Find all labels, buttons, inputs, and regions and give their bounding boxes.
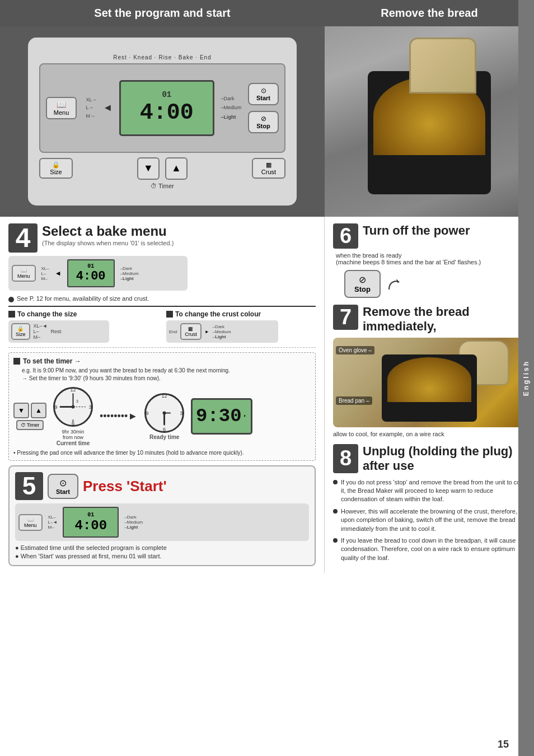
step6-number: 6 (333, 223, 358, 249)
start-label: Start (256, 95, 271, 101)
svg-text:3: 3 (88, 404, 91, 410)
step5-title: Press 'Start' (83, 478, 167, 495)
step7-title: Remove the bread immediately, (363, 305, 526, 334)
crust-light-label: –Light (221, 113, 241, 122)
crust-medium-label: –Medium (221, 103, 241, 112)
step8-section: 8 Unplug (holding the plug) after use If… (333, 444, 526, 562)
step4-section: 4 Select a bake menu (The display shows … (8, 223, 316, 461)
page-number: 15 (498, 739, 509, 750)
svg-point-18 (163, 412, 166, 415)
start-icon-step5: ⊙ (55, 478, 71, 488)
step6-description: when the bread is ready(machine beeps 8 … (336, 252, 526, 265)
svg-text:9: 9 (146, 410, 149, 416)
svg-text:3: 3 (180, 410, 183, 416)
change-size-subsection: To change the size 🔒Size XL–◄L–M– Rest· (8, 310, 158, 343)
timer-label: Timer (158, 183, 174, 189)
crust-dark-label: –Dark (221, 94, 241, 103)
right-header-text: Remove the bread (381, 7, 477, 20)
left-section-header: Set the program and start (0, 0, 325, 26)
size-icon: 🔒 (47, 161, 65, 169)
device-illustration-area: Rest · Knead · Rise · Bake · End 📖 Menu … (0, 26, 325, 217)
left-content-area: 4 Select a bake menu (The display shows … (0, 217, 325, 573)
size-button[interactable]: 🔒 Size (39, 158, 73, 179)
timer-down-button[interactable]: ▼ (13, 403, 29, 418)
timer-up-button[interactable]: ▲ (31, 403, 46, 418)
menu-number-display: 01 (162, 90, 171, 99)
step8-bullet3: If you leave the bread to cool down in t… (341, 536, 526, 562)
timer-lcd-display: 9:30 · (191, 398, 252, 435)
step4-number: 4 (8, 223, 38, 253)
svg-text:12: 12 (162, 393, 167, 399)
timer-icon: ⏱ (151, 183, 157, 189)
timer-section: To set the timer → e.g. It is 9:00 PM no… (8, 352, 316, 461)
step4-note1: See P. 12 for menu, availability of size… (17, 295, 149, 302)
change-crust-label: To change the crust colour (175, 310, 261, 318)
svg-text:12: 12 (70, 387, 76, 393)
bread-pan-label: Bread pan (339, 398, 364, 404)
cool-note: allow to cool, for example, on a wire ra… (333, 431, 526, 437)
ready-time-clock: 12 3 6 9 (143, 392, 185, 434)
stop-button-step6[interactable]: ⊘ Stop (344, 270, 381, 298)
svg-point-10 (72, 405, 75, 409)
step8-bullet1: If you do not press 'stop' and remove th… (341, 478, 526, 504)
step5-number: 5 (15, 472, 43, 500)
up-arrow-button[interactable]: ▲ (165, 157, 188, 180)
stop-button-top[interactable]: ⊘ Stop (248, 111, 279, 133)
step5-note1: ● Estimated time until the selected prog… (15, 544, 309, 551)
progress-labels: Rest · Knead · Rise · Bake · End (113, 54, 211, 60)
step7-number: 7 (333, 305, 358, 330)
svg-text:9: 9 (54, 404, 57, 410)
menu-button-top[interactable]: 📖 Menu (46, 97, 77, 119)
curved-arrow-icon (386, 276, 403, 292)
crust-button[interactable]: ▩ Crust (252, 158, 285, 179)
oven-glove-label: Oven glove (339, 347, 367, 353)
timer-example-text: e.g. It is 9:00 PM now, and you want the… (22, 367, 311, 374)
start-icon: ⊙ (256, 87, 271, 95)
svg-text:6: 6 (163, 427, 166, 432)
timer-instruction-text: → Set the timer to '9:30' (9 hours 30 mi… (22, 375, 311, 381)
step8-number: 8 (333, 444, 358, 473)
right-section-header: Remove the bread (325, 0, 534, 26)
english-label: English (522, 360, 530, 396)
step5-section: 5 ⊙ Start Press 'Start' 📖Menu XL–L–◄M– 0… (8, 465, 316, 566)
bread-removal-photo (325, 26, 534, 217)
stop-icon-step6: ⊘ (353, 274, 372, 285)
down-arrow-button[interactable]: ▼ (137, 157, 160, 180)
step6-section: 6 Turn off the power when the bread is r… (333, 223, 526, 298)
step4-subtitle: (The display shows when menu '01' is sel… (42, 240, 174, 246)
current-time-label: Current time (57, 440, 90, 446)
english-sidebar: English (518, 0, 534, 756)
change-crust-subsection: To change the crust colour End ▩Crust ► … (166, 310, 316, 343)
book-icon: 📖 (53, 100, 70, 109)
timer-set-label: To set the timer → (23, 357, 81, 365)
step7-section: 7 Remove the bread immediately, Oven glo… (333, 305, 526, 437)
left-header-text: Set the program and start (94, 7, 230, 20)
size-l-label: L – (86, 104, 96, 111)
right-content-area: 6 Turn off the power when the bread is r… (325, 217, 534, 573)
change-size-label: To change the size (17, 310, 77, 318)
timer-advance-note: • Pressing the pad once will advance the… (13, 450, 311, 456)
time-display: 4:00 (140, 100, 194, 125)
step6-title: Turn off the power (363, 223, 470, 238)
crust-icon: ▩ (260, 161, 278, 169)
main-lcd-display: 01 4:00 (119, 80, 214, 136)
stop-label: Stop (256, 123, 271, 129)
stop-icon: ⊘ (256, 115, 271, 123)
start-button-top[interactable]: ⊙ Start (248, 83, 279, 105)
step5-start-button-display[interactable]: ⊙ Start (48, 474, 78, 499)
size-m-label: M – (86, 112, 96, 120)
step8-title: Unplug (holding the plug) after use (363, 444, 526, 474)
svg-text:6: 6 (72, 419, 74, 423)
size-xl-label: XL – (86, 96, 96, 104)
svg-text:3: 3 (76, 399, 78, 403)
step4-title: Select a bake menu (42, 223, 174, 240)
ready-time-label: Ready time (149, 434, 179, 440)
current-time-clock: 12 3 6 9 3 6 (52, 386, 94, 428)
step8-bullet2: However, this will accelerate the browni… (341, 507, 526, 533)
step5-note2: ● When 'Start' was pressed at first, men… (15, 553, 309, 559)
